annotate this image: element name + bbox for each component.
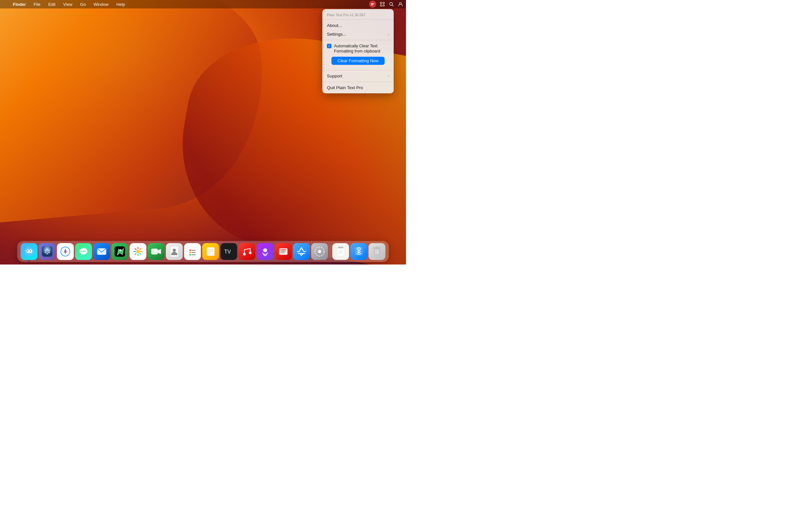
dock-item-launchpad[interactable] (39, 243, 56, 260)
dock-item-facetime[interactable] (148, 243, 165, 260)
svg-rect-71 (337, 248, 344, 256)
checkmark-icon: ✓ (328, 44, 331, 48)
menu-item-support[interactable]: Support › (322, 72, 394, 80)
dock-item-news[interactable] (275, 243, 292, 260)
plaintext-pro-menubar-icon[interactable] (369, 1, 376, 8)
menu-go[interactable]: Go (79, 1, 87, 8)
dock-item-messages[interactable] (75, 243, 92, 260)
menu-item-about[interactable]: About... (322, 21, 394, 30)
dock-item-podcasts[interactable] (257, 243, 274, 260)
menubar-right (369, 1, 403, 8)
svg-point-49 (173, 249, 176, 252)
dock-item-safari[interactable] (57, 243, 74, 260)
svg-point-31 (82, 251, 83, 252)
settings-chevron-icon: › (388, 32, 389, 36)
svg-point-68 (318, 250, 321, 253)
dock-item-mail[interactable] (93, 243, 110, 260)
menu-item-quit[interactable]: Quit Plain Text Pro (322, 83, 394, 92)
svg-rect-81 (376, 247, 378, 248)
menu-app-version: Plain Text Pro v1.30.567 (322, 10, 394, 18)
app-name[interactable]: Finder (12, 1, 27, 8)
svg-rect-57 (207, 247, 215, 256)
svg-point-36 (120, 249, 121, 251)
svg-point-6 (383, 5, 385, 6)
svg-rect-0 (371, 3, 374, 4)
clear-formatting-now-button[interactable]: Clear Formatting Now (331, 57, 385, 65)
menu-edit[interactable]: Edit (47, 1, 57, 8)
svg-point-20 (47, 253, 48, 254)
auto-clear-checkbox[interactable]: ✓ (327, 44, 331, 48)
svg-point-13 (27, 251, 28, 251)
svg-point-4 (383, 2, 385, 4)
menubar: Finder File Edit View Go Window Help (0, 0, 406, 9)
dock-item-music[interactable] (239, 243, 256, 260)
svg-line-44 (140, 249, 141, 250)
svg-rect-46 (151, 249, 158, 254)
svg-rect-1 (371, 4, 374, 5)
svg-line-8 (392, 5, 393, 6)
plaintext-pro-dropdown: Plain Text Pro v1.30.567 About... Settin… (322, 9, 394, 93)
svg-point-63 (249, 251, 252, 254)
menu-view[interactable]: View (62, 1, 74, 8)
svg-point-18 (49, 250, 50, 251)
dock-separator (330, 245, 331, 258)
dock-item-airdrop[interactable] (350, 243, 367, 260)
svg-point-16 (45, 249, 49, 254)
checkbox-section: ✓ Automatically Clear Text Formatting fr… (322, 42, 394, 69)
svg-line-43 (140, 253, 141, 255)
svg-point-5 (380, 5, 382, 6)
svg-rect-2 (371, 5, 373, 5)
svg-line-42 (135, 249, 136, 250)
menubar-left: Finder File Edit View Go Window Help (3, 1, 126, 8)
dock-item-maps[interactable] (112, 243, 128, 260)
control-center-icon[interactable] (379, 1, 385, 7)
support-label: Support (327, 74, 342, 78)
dock-item-appstore[interactable] (293, 243, 310, 260)
divider-1 (322, 19, 394, 20)
svg-point-17 (47, 249, 48, 250)
svg-point-22 (45, 250, 46, 251)
auto-clear-row: ✓ Automatically Clear Text Formatting fr… (327, 43, 389, 54)
dock-item-photos[interactable] (130, 243, 147, 260)
svg-line-45 (135, 253, 136, 255)
menu-window[interactable]: Window (92, 1, 110, 8)
svg-point-14 (30, 251, 31, 251)
dock-item-notes[interactable] (202, 243, 219, 260)
svg-point-53 (189, 254, 191, 256)
svg-point-52 (189, 252, 191, 253)
user-icon[interactable] (397, 1, 403, 7)
dock-item-reminders[interactable] (184, 243, 201, 260)
svg-point-32 (83, 251, 84, 252)
svg-point-21 (45, 252, 46, 253)
svg-point-3 (380, 2, 382, 4)
support-chevron-icon: › (388, 74, 389, 78)
apple-menu[interactable] (3, 3, 5, 5)
divider-3 (322, 70, 394, 70)
svg-point-51 (189, 250, 191, 251)
quit-label: Quit Plain Text Pro (327, 85, 363, 90)
svg-point-37 (136, 250, 140, 253)
finder-active-dot (29, 260, 30, 262)
svg-point-62 (243, 253, 246, 255)
divider-4 (322, 82, 394, 82)
svg-rect-72 (338, 247, 344, 248)
menu-item-settings[interactable]: Settings... › (322, 30, 394, 39)
dock-item-contacts[interactable] (166, 243, 183, 260)
svg-text:TV: TV (224, 249, 231, 254)
settings-label: Settings... (327, 32, 346, 36)
divider-2 (322, 40, 394, 40)
svg-marker-47 (158, 249, 161, 254)
menu-help[interactable]: Help (115, 1, 127, 8)
auto-clear-label: Automatically Clear Text Formatting from… (334, 43, 389, 54)
dock: TV (17, 241, 389, 262)
svg-point-33 (85, 251, 86, 252)
dock-item-trash[interactable] (369, 243, 386, 260)
search-icon[interactable] (389, 1, 394, 7)
menu-file[interactable]: File (32, 1, 42, 8)
dock-item-appletv[interactable]: TV (220, 243, 237, 260)
dock-item-system-preferences[interactable] (311, 243, 328, 260)
svg-point-19 (49, 252, 50, 253)
dock-item-clipboard[interactable] (332, 243, 349, 260)
dock-item-finder[interactable] (21, 243, 38, 260)
svg-point-64 (263, 248, 267, 252)
